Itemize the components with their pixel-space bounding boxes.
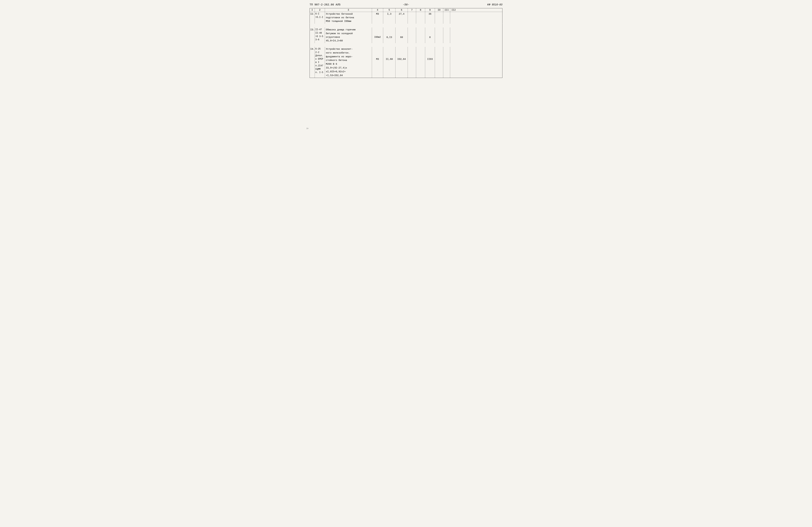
page: ТП 907-2-262.86 АЛ5 -56- КФ 9516-03 I 2 … xyxy=(304,0,508,132)
row13-val10 xyxy=(435,28,443,43)
col-header-9: 9 xyxy=(425,8,435,12)
kf-ref: КФ 9516-03 xyxy=(487,3,503,6)
row14-val9: II93 xyxy=(425,47,435,78)
row12-val6: 27,4 xyxy=(395,12,408,24)
doc-ref: ТП 907-2-262.86 АЛ5 xyxy=(309,3,340,6)
col-header-4: 4 xyxy=(372,8,383,12)
row12-desc: Устройство бетонной подготовки из бетона… xyxy=(325,12,372,24)
col-header-12: II2 xyxy=(450,8,457,12)
row12-val10 xyxy=(435,12,443,24)
row13-val6: 60 xyxy=(395,28,408,43)
row13-val8 xyxy=(416,28,425,43)
row14-val12 xyxy=(450,47,457,78)
row14-code: 6-25 2-2 Допол. к ЕРЕР в I п.2I47 СЦМM п… xyxy=(315,47,325,78)
col-header-7: 7 xyxy=(408,8,416,12)
spacer-1 xyxy=(309,24,503,28)
row14-unit: МЗ xyxy=(372,47,383,78)
row12-val12 xyxy=(450,12,457,24)
main-table: I 2 3 4 5 6 7 8 9 IO III II2 I2. 6-I тб.… xyxy=(309,8,503,78)
page-number: -56- xyxy=(403,3,409,6)
col-header-10: IO xyxy=(435,8,443,12)
row14-val11 xyxy=(443,47,450,78)
row14-desc: Устройство монолит- ного железобетон. фу… xyxy=(325,47,372,78)
row13-num: I3. xyxy=(310,28,315,43)
row14-val7 xyxy=(408,47,416,78)
row13-desc: Обмазка днища горячим битумом по холодно… xyxy=(325,28,372,43)
col-header-11: III xyxy=(443,8,450,12)
table-row: I3. II-47 II-48 тб 3-5 3-6 Обмазка днища… xyxy=(309,28,503,43)
row13-unit: IOOм2 xyxy=(372,28,383,43)
table-row: I4. 6-25 2-2 Допол. к ЕРЕР в I п.2I47 СЦ… xyxy=(309,47,503,78)
table-header: I 2 3 4 5 6 7 8 9 IO III II2 xyxy=(309,8,503,12)
row12-val7 xyxy=(408,12,416,24)
row13-val12 xyxy=(450,28,457,43)
row12-unit: МЗ xyxy=(372,12,383,24)
row12-num: I2. xyxy=(310,12,315,24)
row12-val5: I,3 xyxy=(383,12,395,24)
row12-val8 xyxy=(416,12,425,24)
row14-val5: II,60 xyxy=(383,47,395,78)
col-header-6: 6 xyxy=(395,8,408,12)
row12-code: 6-I тб.I-I xyxy=(315,12,325,24)
col-header-2: 2 xyxy=(315,8,325,12)
row12-val9: 36 xyxy=(425,12,435,24)
row13-val9: 8 xyxy=(425,28,435,43)
row13-code: II-47 II-48 тб 3-5 3-6 xyxy=(315,28,325,43)
spacer-2 xyxy=(309,43,503,47)
bottom-left-note: Ie xyxy=(306,127,308,130)
row13-val7 xyxy=(408,28,416,43)
row14-val6: IO2,84 xyxy=(395,47,408,78)
col-header-3: 3 xyxy=(325,8,372,12)
header: ТП 907-2-262.86 АЛ5 -56- КФ 9516-03 xyxy=(309,3,503,6)
row13-val11 xyxy=(443,28,450,43)
col-header-1: I xyxy=(310,8,315,12)
row12-val11 xyxy=(443,12,450,24)
row14-val10 xyxy=(435,47,443,78)
col-header-5: 5 xyxy=(383,8,395,12)
row13-val5: 0,I3 xyxy=(383,28,395,43)
col-header-8: 8 xyxy=(416,8,425,12)
table-row: I2. 6-I тб.I-I Устройство бетонной подго… xyxy=(309,12,503,24)
row14-val8 xyxy=(416,47,425,78)
row14-num: I4. xyxy=(310,47,315,78)
